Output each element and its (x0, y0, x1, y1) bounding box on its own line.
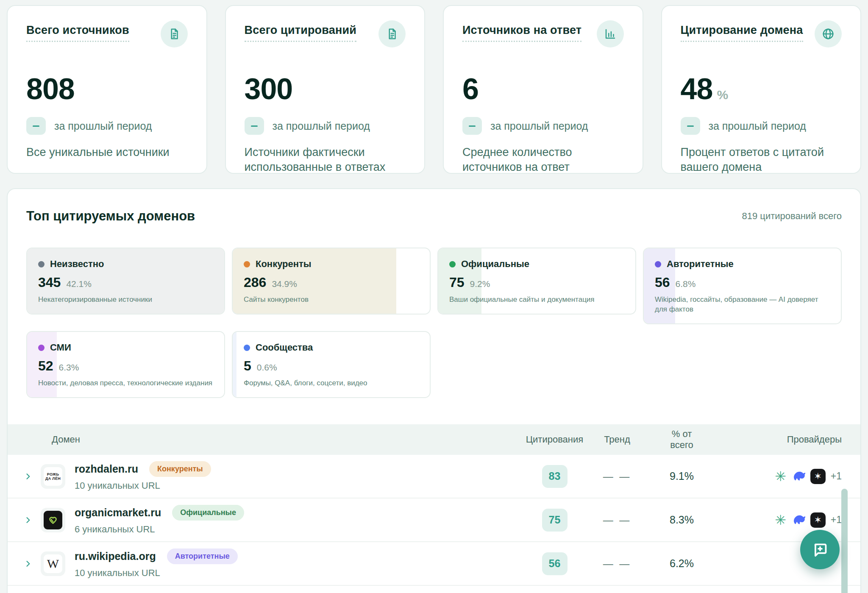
category-dot (244, 261, 250, 267)
percent-suffix: % (717, 88, 728, 102)
trend-label: за прошлый период (54, 120, 152, 132)
top-domains-panel: Топ цитируемых доменов 819 цитирований в… (7, 188, 861, 593)
category-dot (38, 345, 45, 351)
metric-title: Всего цитирований (245, 24, 357, 42)
category-dot (38, 261, 45, 267)
metric-title: Цитирование домена (681, 24, 803, 42)
trend-value: — — (590, 514, 645, 526)
table-row[interactable]: organicmarket.ru Официальные 6 уникальны… (8, 498, 860, 542)
trend-neutral-icon (245, 117, 264, 135)
bar-chart-icon (597, 20, 624, 47)
column-header-domain: Домен (35, 434, 520, 445)
heart-logo-icon (47, 515, 58, 526)
table-row[interactable]: organicguide.ru Неизвестно 33 — — ✳ ✶ +1 (8, 586, 860, 593)
panel-title: Топ цитируемых доменов (26, 209, 195, 224)
table-header: Домен Цитирования Тренд % от всего Прова… (8, 424, 860, 455)
category-card-unknown[interactable]: Неизвестно 34542.1% Некатегоризированные… (26, 248, 225, 315)
trend-neutral-icon (681, 117, 700, 135)
table-scrollbar[interactable] (841, 489, 848, 593)
metric-description: Все уникальные источники (26, 145, 188, 160)
providers-cell: ✳ ✶ +1 (719, 469, 842, 484)
citations-count: 83 (542, 465, 568, 488)
chat-plus-icon (812, 542, 828, 558)
document-icon (161, 20, 188, 47)
trend-value: — — (590, 558, 645, 570)
more-providers-label: +1 (831, 471, 842, 482)
column-header-trend: Тренд (590, 434, 645, 445)
unique-urls-label: 6 уникальных URL (75, 524, 244, 535)
metric-title: Источников на ответ (462, 24, 581, 42)
category-dot (449, 261, 456, 267)
metrics-row: Всего источников 808 за прошлый период В… (0, 0, 868, 174)
metric-card-sources-per-answer: Источников на ответ 6 за прошлый период … (443, 5, 643, 174)
domain-favicon: РОЖЬ ДА ЛЁН (41, 464, 65, 489)
trend-label: за прошлый период (490, 120, 588, 132)
domain-favicon: W (41, 551, 65, 576)
table-body: РОЖЬ ДА ЛЁН rozhdalen.ru Конкуренты 10 у… (8, 455, 860, 593)
percent-of-total: 6.2% (645, 557, 719, 570)
total-citations-label: 819 цитирований всего (742, 211, 842, 222)
openai-icon: ✳ (773, 512, 788, 528)
providers-cell: ✳ ✶ +1 (719, 512, 842, 528)
trend-neutral-icon (26, 117, 46, 135)
column-header-percent: % от всего (645, 429, 719, 451)
openai-icon: ✳ (773, 469, 788, 484)
domain-name: ru.wikipedia.org (75, 550, 156, 562)
category-card-competitors[interactable]: Конкуренты 28634.9% Сайты конкурентов (232, 248, 431, 315)
feedback-chat-button[interactable] (800, 530, 840, 569)
grok-icon: ✶ (810, 469, 826, 484)
grok-icon: ✶ (810, 512, 826, 528)
metric-description: Процент ответов с цитатой вашего домена (681, 145, 842, 175)
globe-icon (815, 20, 842, 47)
metric-value: 6 (462, 72, 479, 106)
trend-neutral-icon (462, 117, 482, 135)
trend-label: за прошлый период (273, 120, 370, 132)
more-providers-label: +1 (831, 514, 842, 526)
domain-name: organicmarket.ru (75, 507, 161, 519)
category-card-media[interactable]: СМИ 526.3% Новости, деловая пресса, техн… (26, 331, 225, 398)
metric-value: 48 (681, 72, 713, 106)
category-badge: Авторитетные (167, 548, 238, 564)
metric-card-domain-citation: Цитирование домена 48 % за прошлый перио… (661, 5, 862, 174)
category-dot (244, 345, 250, 351)
chevron-right-icon[interactable] (24, 560, 32, 568)
category-card-communities[interactable]: Сообщества 50.6% Форумы, Q&A, блоги, соц… (232, 331, 431, 398)
category-badge: Конкуренты (149, 461, 211, 477)
chevron-right-icon[interactable] (24, 516, 32, 524)
trend-label: за прошлый период (709, 120, 806, 132)
category-cards: Неизвестно 34542.1% Некатегоризированные… (8, 248, 860, 398)
table-row[interactable]: W ru.wikipedia.org Авторитетные 10 уника… (8, 542, 860, 586)
percent-of-total: 9.1% (645, 470, 719, 482)
table-row[interactable]: РОЖЬ ДА ЛЁН rozhdalen.ru Конкуренты 10 у… (8, 455, 860, 498)
trend-value: — — (590, 471, 645, 482)
citations-count: 75 (542, 509, 568, 532)
category-card-authoritative[interactable]: Авторитетные 566.8% Wikipedia, госсайты,… (643, 248, 842, 324)
deepseek-icon (792, 469, 807, 484)
deepseek-icon (792, 512, 807, 528)
metric-title: Всего источников (26, 24, 129, 42)
domain-favicon (41, 508, 65, 532)
category-dot (655, 261, 661, 267)
percent-of-total: 8.3% (645, 514, 719, 526)
unique-urls-label: 10 уникальных URL (75, 480, 211, 491)
category-badge: Официальные (172, 505, 244, 521)
metric-card-total-sources: Всего источников 808 за прошлый период В… (7, 5, 207, 174)
document-icon (378, 20, 406, 47)
metric-description: Среднее количество источников на ответ (462, 145, 624, 175)
column-header-citations: Цитирования (520, 434, 590, 445)
metric-card-total-citations: Всего цитирований 300 за прошлый период … (225, 5, 426, 174)
column-header-providers: Провайдеры (719, 434, 842, 445)
citations-count: 56 (542, 552, 568, 575)
metric-description: Источники фактически использованные в от… (245, 145, 406, 175)
metric-value: 300 (245, 72, 293, 106)
chevron-right-icon[interactable] (24, 472, 32, 481)
metric-value: 808 (26, 72, 75, 106)
category-card-official[interactable]: Официальные 759.2% Ваши официальные сайт… (437, 248, 636, 315)
unique-urls-label: 10 уникальных URL (75, 568, 238, 579)
domain-name: rozhdalen.ru (75, 463, 138, 475)
domains-table: Домен Цитирования Тренд % от всего Прова… (8, 424, 860, 593)
